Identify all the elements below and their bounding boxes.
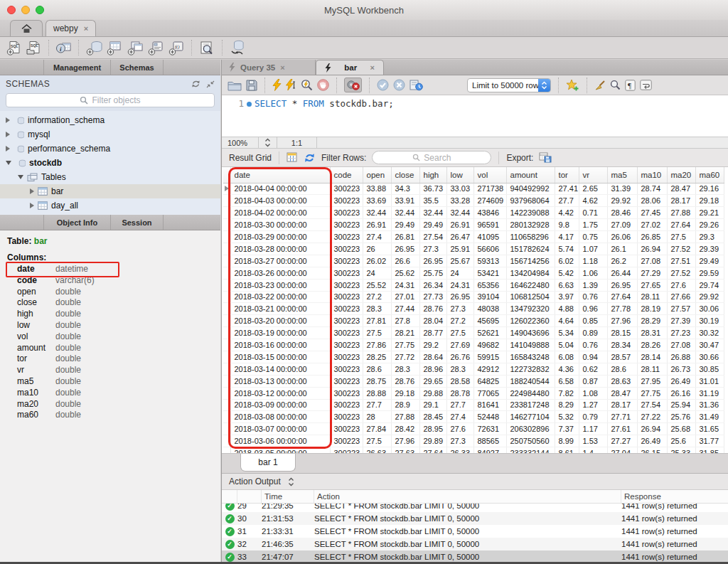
grid-cell[interactable]: 28.76 xyxy=(419,303,446,315)
grid-cell[interactable]: 31.49 xyxy=(695,411,724,423)
grid-cell[interactable]: 7.82 xyxy=(555,387,579,399)
grid-cell[interactable]: 2018-04-03 00:00:00 xyxy=(230,195,330,207)
beautify-icon[interactable] xyxy=(594,80,606,91)
grid-cell[interactable]: 28.15 xyxy=(607,327,637,339)
limit-rows-select[interactable]: Limit to 50000 rows xyxy=(467,78,551,92)
grid-cell[interactable]: 149043696 xyxy=(506,327,555,339)
grid-cell[interactable]: 27.5 xyxy=(363,327,391,339)
ao-col-time[interactable]: Time xyxy=(262,490,314,503)
grid-cell[interactable]: 27.5 xyxy=(446,327,473,339)
grid-cell[interactable]: 224984480 xyxy=(506,387,555,399)
grid-cell[interactable]: 300223 xyxy=(330,363,363,375)
grid-cell[interactable]: 4.88 xyxy=(555,303,579,315)
grid-cell[interactable]: 300223 xyxy=(330,195,363,207)
grid-cell[interactable]: 300223 xyxy=(330,327,363,339)
grid-cell[interactable]: 28.63 xyxy=(607,375,637,387)
grid-cell[interactable]: 28.74 xyxy=(637,183,667,195)
grid-cell[interactable]: 27.5 xyxy=(667,231,695,243)
grid-cell[interactable]: 30.19 xyxy=(695,315,724,327)
grid-cell[interactable]: 27.96 xyxy=(607,315,637,327)
grid-cell[interactable]: 26.2 xyxy=(607,255,637,267)
grid-cell[interactable]: 27.81 xyxy=(363,315,391,327)
grid-cell[interactable]: 6.63 xyxy=(555,279,579,291)
grid-cell[interactable]: 5.04 xyxy=(555,339,579,351)
expand-arrow-icon[interactable] xyxy=(6,117,10,123)
grid-cell[interactable]: 26 xyxy=(363,243,391,255)
grid-cell[interactable]: 26.44 xyxy=(607,267,637,279)
execute-icon[interactable] xyxy=(272,79,282,91)
grid-cell[interactable]: 77065 xyxy=(473,387,506,399)
grid-cell[interactable]: 300223 xyxy=(330,291,363,303)
grid-column-header-ma20[interactable]: ma20 xyxy=(667,167,695,183)
export-recordset-icon[interactable] xyxy=(539,152,552,163)
grid-cell[interactable]: 28.76 xyxy=(391,375,419,387)
grid-cell[interactable]: 28.96 xyxy=(419,363,446,375)
grid-cell[interactable]: 27.44 xyxy=(391,303,419,315)
grid-cell[interactable]: 65356 xyxy=(473,279,506,291)
grid-cell[interactable]: 26.95 xyxy=(607,279,637,291)
grid-cell[interactable]: 2018-03-06 00:00:00 xyxy=(230,435,330,447)
tab-schemas[interactable]: Schemas xyxy=(111,60,164,75)
grid-cell[interactable]: 1.07 xyxy=(579,243,607,255)
grid-column-header-open[interactable]: open xyxy=(363,167,391,183)
grid-cell[interactable]: 26.95 xyxy=(446,291,473,303)
save-script-icon[interactable] xyxy=(246,80,257,91)
grid-cell[interactable]: 28.31 xyxy=(637,327,667,339)
grid-cell[interactable]: 7.37 xyxy=(555,423,579,435)
grid-cell[interactable]: 27.3 xyxy=(446,435,473,447)
grid-cell[interactable]: 1.75 xyxy=(579,219,607,231)
panel-selector-stepper-icon[interactable] xyxy=(288,477,294,486)
home-tab[interactable] xyxy=(10,20,43,36)
grid-column-header-ma10[interactable]: ma10 xyxy=(637,167,667,183)
grid-cell[interactable]: 27.75 xyxy=(637,387,667,399)
grid-cell[interactable]: 39104 xyxy=(473,291,506,303)
grid-cell[interactable]: 27.57 xyxy=(667,303,695,315)
grid-cell[interactable]: 33.69 xyxy=(363,195,391,207)
grid-cell[interactable]: 27.09 xyxy=(607,219,637,231)
grid-cell[interactable]: 43846 xyxy=(473,207,506,219)
collapse-arrow-icon[interactable] xyxy=(18,175,23,179)
grid-cell[interactable]: 156714256 xyxy=(506,255,555,267)
grid-cell[interactable]: 2018-03-12 00:00:00 xyxy=(230,387,330,399)
grid-cell[interactable]: 31.19 xyxy=(695,387,724,399)
grid-cell[interactable]: 2018-04-02 00:00:00 xyxy=(230,207,330,219)
grid-cell[interactable]: 29.92 xyxy=(695,291,724,303)
grid-cell[interactable]: 28.6 xyxy=(607,363,637,375)
close-tab-icon[interactable]: × xyxy=(84,24,88,33)
grid-cell[interactable]: 0.62 xyxy=(579,363,607,375)
grid-row[interactable]: 2018-03-22 00:00:0030022327.227.0127.732… xyxy=(223,291,724,303)
grid-cell[interactable]: 29.26 xyxy=(695,219,724,231)
expand-arrow-icon[interactable] xyxy=(30,188,34,194)
grid-cell[interactable]: 274609 xyxy=(473,195,506,207)
grid-cell[interactable]: 27.27 xyxy=(607,435,637,447)
grid-cell[interactable]: 29.18 xyxy=(391,387,419,399)
grid-cell[interactable]: 52621 xyxy=(473,327,506,339)
grid-cell[interactable]: 6.58 xyxy=(555,375,579,387)
grid-cell[interactable]: 26.1 xyxy=(607,243,637,255)
grid-column-header-vr[interactable]: vr xyxy=(579,167,607,183)
grid-cell[interactable]: 27.23 xyxy=(667,327,695,339)
grid-cell[interactable]: 31.01 xyxy=(695,375,724,387)
invisibles-icon[interactable]: ¶ xyxy=(625,80,636,91)
grid-cell[interactable]: 31.65 xyxy=(695,423,724,435)
grid-cell[interactable]: 5.32 xyxy=(555,411,579,423)
grid-cell[interactable]: 33.28 xyxy=(446,195,473,207)
grid-cell[interactable]: 25.67 xyxy=(446,255,473,267)
grid-cell[interactable]: 25.91 xyxy=(446,243,473,255)
grid-cell[interactable]: 88565 xyxy=(473,435,506,447)
schema-inspector-icon[interactable]: i xyxy=(55,41,72,55)
grid-cell[interactable]: 27.52 xyxy=(667,243,695,255)
grid-cell[interactable]: 41095 xyxy=(473,231,506,243)
grid-cell[interactable]: 165843248 xyxy=(506,351,555,363)
grid-cell[interactable]: 1.53 xyxy=(579,435,607,447)
grid-row[interactable]: 2018-03-13 00:00:0030022328.7528.7629.65… xyxy=(223,375,724,387)
grid-cell[interactable]: 27.71 xyxy=(607,411,637,423)
grid-row[interactable]: 2018-03-27 00:00:0030022326.0226.626.952… xyxy=(223,255,724,267)
grid-cell[interactable]: 106812504 xyxy=(506,291,555,303)
grid-cell[interactable]: 4.36 xyxy=(555,363,579,375)
grid-cell[interactable]: 141049888 xyxy=(506,339,555,351)
grid-cell[interactable]: 1.17 xyxy=(579,423,607,435)
grid-cell[interactable]: 2018-03-26 00:00:00 xyxy=(230,267,330,279)
grid-cell[interactable]: 27.78 xyxy=(607,303,637,315)
reconnect-dbms-icon[interactable] xyxy=(229,40,246,55)
